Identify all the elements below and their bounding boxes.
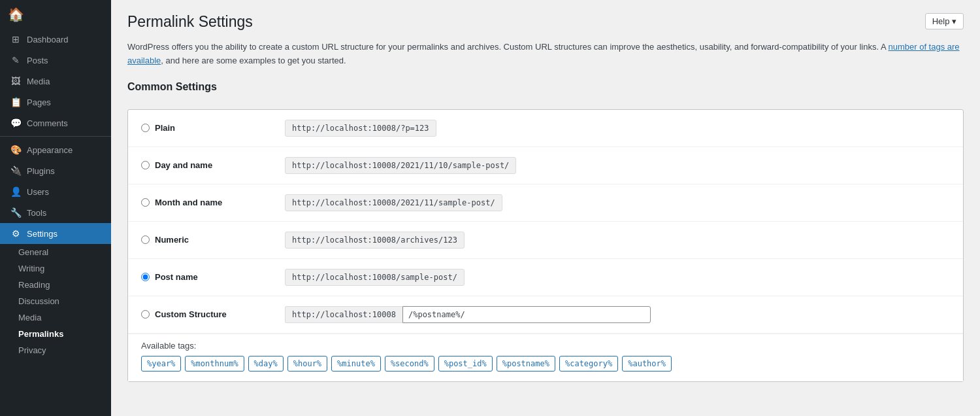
custom-url-prefix: http://localhost:10008 (285, 306, 402, 323)
posts-icon: ✎ (10, 55, 22, 65)
appearance-icon: 🎨 (10, 145, 22, 155)
month-name-url: http://localhost:10008/2021/11/sample-po… (285, 194, 502, 211)
sidebar-sub-privacy[interactable]: Privacy (0, 342, 111, 358)
post-name-row: Post name http://localhost:10008/sample-… (128, 259, 963, 296)
post-name-label[interactable]: Post name (141, 272, 272, 282)
sidebar-sub-reading[interactable]: Reading (0, 277, 111, 293)
sidebar-sub-discussion[interactable]: Discussion (0, 293, 111, 309)
sidebar-item-pages[interactable]: 📋 Pages (0, 92, 111, 113)
numeric-row: Numeric http://localhost:10008/archives/… (128, 222, 963, 259)
sidebar-sub-permalinks[interactable]: Permalinks (0, 326, 111, 342)
sidebar-item-users[interactable]: 👤 Users (0, 181, 111, 202)
month-name-label[interactable]: Month and name (141, 198, 272, 207)
sidebar: 🏠 ⊞ Dashboard ✎ Posts 🖼 Media 📋 Pages 💬 … (0, 0, 111, 416)
tags-list: %year%%monthnum%%day%%hour%%minute%%seco… (141, 356, 950, 372)
plugins-icon: 🔌 (10, 165, 22, 176)
numeric-radio[interactable] (141, 235, 150, 244)
sidebar-item-media[interactable]: 🖼 Media (0, 71, 111, 92)
dashboard-icon: ⊞ (10, 34, 22, 44)
common-settings-area: Plain http://localhost:10008/?p=123 Day … (127, 109, 964, 382)
custom-structure-label[interactable]: Custom Structure (141, 309, 272, 319)
post-name-url: http://localhost:10008/sample-post/ (285, 269, 465, 286)
post-name-radio[interactable] (141, 273, 150, 281)
comments-icon: 💬 (10, 118, 22, 128)
sidebar-item-settings[interactable]: ⚙ Settings (0, 223, 111, 244)
sidebar-sub-writing[interactable]: Writing (0, 260, 111, 277)
tag-button[interactable]: %author% (622, 356, 672, 372)
sidebar-item-dashboard[interactable]: ⊞ Dashboard (0, 29, 111, 50)
settings-icon: ⚙ (10, 228, 22, 239)
tag-button[interactable]: %year% (141, 356, 181, 372)
description: WordPress offers you the ability to crea… (127, 41, 964, 68)
tag-button[interactable]: %monthnum% (185, 356, 244, 372)
available-tags-label: Available tags: (141, 341, 950, 351)
custom-url-input[interactable] (402, 306, 651, 323)
sidebar-sub-general[interactable]: General (0, 244, 111, 260)
plain-url: http://localhost:10008/?p=123 (285, 120, 436, 137)
tag-button[interactable]: %post_id% (438, 356, 493, 372)
numeric-url: http://localhost:10008/archives/123 (285, 232, 465, 249)
sidebar-item-appearance[interactable]: 🎨 Appearance (0, 139, 111, 160)
sidebar-item-plugins[interactable]: 🔌 Plugins (0, 160, 111, 181)
plain-label[interactable]: Plain (141, 123, 272, 133)
numeric-label[interactable]: Numeric (141, 235, 272, 245)
sidebar-item-comments[interactable]: 💬 Comments (0, 113, 111, 133)
tag-button[interactable]: %minute% (331, 356, 381, 372)
tag-button[interactable]: %hour% (287, 356, 327, 372)
media-icon: 🖼 (10, 76, 22, 86)
day-name-radio[interactable] (141, 161, 150, 169)
available-tags-section: Available tags: %year%%monthnum%%day%%ho… (128, 334, 963, 381)
day-name-url: http://localhost:10008/2021/11/10/sample… (285, 157, 516, 174)
sidebar-sub-media-settings[interactable]: Media (0, 309, 111, 326)
custom-structure-row: Custom Structure http://localhost:10008 (128, 296, 963, 334)
custom-structure-radio[interactable] (141, 310, 150, 319)
help-button[interactable]: Help ▾ (925, 13, 964, 29)
month-name-radio[interactable] (141, 198, 150, 207)
pages-icon: 📋 (10, 97, 22, 107)
section-title: Common Settings (127, 81, 964, 96)
day-name-label[interactable]: Day and name (141, 160, 272, 170)
sidebar-item-posts[interactable]: ✎ Posts (0, 50, 111, 71)
page-title: Permalink Settings (127, 13, 964, 31)
main-content: Help ▾ Permalink Settings WordPress offe… (111, 0, 980, 416)
tag-button[interactable]: %postname% (497, 356, 555, 372)
tag-button[interactable]: %second% (385, 356, 434, 372)
sidebar-divider-1 (0, 136, 111, 137)
plain-row: Plain http://localhost:10008/?p=123 (128, 110, 963, 147)
day-name-row: Day and name http://localhost:10008/2021… (128, 147, 963, 184)
custom-url-row: http://localhost:10008 (285, 306, 651, 323)
month-name-row: Month and name http://localhost:10008/20… (128, 184, 963, 222)
tag-button[interactable]: %day% (248, 356, 284, 372)
sidebar-item-tools[interactable]: 🔧 Tools (0, 202, 111, 223)
users-icon: 👤 (10, 186, 22, 197)
tag-button[interactable]: %category% (559, 356, 618, 372)
plain-radio[interactable] (141, 124, 150, 132)
tools-icon: 🔧 (10, 207, 22, 218)
